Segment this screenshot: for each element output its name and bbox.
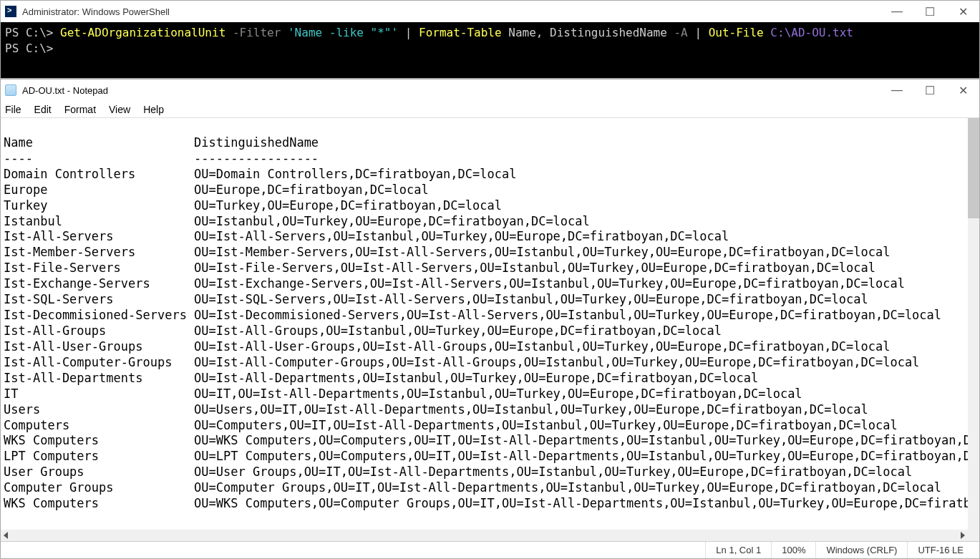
notepad-title: AD-OU.txt - Notepad	[22, 85, 880, 96]
close-button[interactable]: ✕	[946, 1, 979, 22]
powershell-titlebar[interactable]: Administrator: Windows PowerShell — ☐ ✕	[1, 1, 979, 22]
ps-prompt: PS C:\>	[5, 26, 53, 39]
ps-ft-args: Name, DistinguishedName	[508, 26, 667, 39]
scrollbar-corner	[968, 530, 979, 541]
notepad-icon	[5, 84, 16, 96]
maximize-button[interactable]: ☐	[913, 79, 946, 101]
powershell-icon	[5, 6, 16, 17]
minimize-button[interactable]: —	[880, 1, 913, 22]
notepad-body: Name DistinguishedName ---- ------------…	[1, 118, 979, 541]
horizontal-scrollbar[interactable]	[1, 530, 979, 541]
maximize-button[interactable]: ☐	[913, 1, 946, 22]
status-zoom: 100%	[772, 542, 816, 558]
ps-pipe: |	[405, 26, 412, 39]
powershell-terminal[interactable]: PS C:\> Get-ADOrganizationalUnit -Filter…	[1, 22, 979, 78]
notepad-window-controls: — ☐ ✕	[880, 79, 979, 101]
minimize-button[interactable]: —	[880, 79, 913, 101]
ps-out-file: Out-File	[709, 26, 764, 39]
powershell-window: Administrator: Windows PowerShell — ☐ ✕ …	[0, 0, 980, 79]
ps-format-table: Format-Table	[419, 26, 502, 39]
ps-pipe-2: |	[694, 26, 702, 39]
vertical-scrollbar[interactable]	[968, 118, 979, 530]
powershell-title: Administrator: Windows PowerShell	[22, 6, 880, 17]
ps-a-flag: -A	[674, 26, 687, 39]
window-controls: — ☐ ✕	[880, 1, 979, 22]
vertical-scrollbar-thumb[interactable]	[968, 118, 979, 218]
status-line-ending: Windows (CRLF)	[816, 542, 908, 558]
notepad-statusbar: Ln 1, Col 1 100% Windows (CRLF) UTF-16 L…	[1, 541, 979, 558]
menu-help[interactable]: Help	[143, 104, 164, 115]
notepad-menubar: File Edit Format View Help	[1, 101, 979, 118]
notepad-window: AD-OU.txt - Notepad — ☐ ✕ File Edit Form…	[0, 79, 980, 559]
status-encoding: UTF-16 LE	[908, 542, 979, 558]
ps-filter-string: 'Name -like "*"'	[288, 26, 398, 39]
menu-file[interactable]: File	[5, 104, 21, 115]
menu-edit[interactable]: Edit	[34, 104, 52, 115]
close-button[interactable]: ✕	[946, 79, 979, 101]
ps-cmdlet: Get-ADOrganizationalUnit	[60, 26, 225, 39]
statusbar-spacer	[1, 542, 706, 558]
ps-out-path: C:\AD-OU.txt	[770, 26, 853, 39]
ps-prompt-2: PS C:\>	[5, 42, 53, 55]
status-cursor-position: Ln 1, Col 1	[706, 542, 772, 558]
menu-format[interactable]: Format	[64, 104, 96, 115]
notepad-text-area[interactable]: Name DistinguishedName ---- ------------…	[1, 118, 979, 530]
menu-view[interactable]: View	[109, 104, 130, 115]
ps-filter-flag: -Filter	[233, 26, 281, 39]
notepad-titlebar[interactable]: AD-OU.txt - Notepad — ☐ ✕	[1, 79, 979, 101]
